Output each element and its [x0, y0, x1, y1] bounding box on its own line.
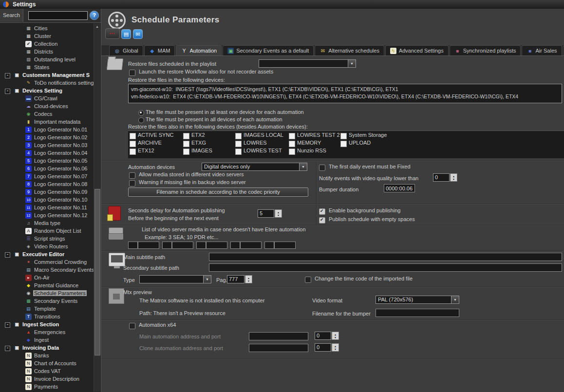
tab-global[interactable]: ◎Global — [109, 45, 143, 56]
spinner-buttons[interactable]: ▲▼ — [245, 275, 252, 283]
tab-alternative-schedules[interactable]: ✉Alternative schedules — [315, 45, 384, 56]
sidebar-item-logo-generator-no-10[interactable]: 10Logo Generator No.10 — [0, 196, 94, 204]
sidebar-item-video-routers[interactable]: ◈Video Routers — [0, 243, 94, 251]
chevron-down-icon[interactable]: ▼ — [451, 296, 459, 303]
sidebar-item-chart-of-accounts[interactable]: NChart of Accounts — [0, 360, 94, 368]
sidebar-item-logo-generator-no-05[interactable]: 5Logo Generator No.05 — [0, 157, 94, 165]
tab-advanced-settings[interactable]: ϟAdvanced Settings — [385, 45, 449, 56]
device-checkbox-upload[interactable] — [340, 141, 347, 147]
sidebar-item-outstanding-level[interactable]: ▨Outstanding level — [0, 56, 94, 64]
sidebar-item-parental-guidance[interactable]: ◆Parental Guidance — [0, 282, 94, 290]
sidebar-item-cloud-devices[interactable]: ☁Cloud-devices — [0, 103, 94, 111]
media-pair-code-input[interactable] — [162, 242, 172, 249]
scrollbar-thumb[interactable] — [94, 189, 100, 355]
restore-playlist-combobox[interactable]: ▼ — [259, 59, 356, 68]
filename-codec-priority-button[interactable]: Filename in schedule according to the co… — [128, 187, 308, 197]
sidebar-item-logo-generator-no-08[interactable]: 8Logo Generator No.08 — [0, 181, 94, 188]
media-pair-name-input[interactable] — [274, 242, 296, 249]
device-checkbox-etxg[interactable] — [183, 141, 189, 147]
sidebar-item-logo-generator-no-02[interactable]: 2Logo Generator No.02 — [0, 134, 94, 142]
sidebar-item-codes-vat[interactable]: NCodes VAT — [0, 368, 94, 375]
sidebar-item-ingest-section[interactable]: -▣Ingest Section — [0, 321, 94, 329]
device-checkbox-etx12[interactable] — [130, 149, 136, 155]
spinner-value[interactable]: 0 — [315, 343, 331, 352]
pag-spinner[interactable]: 777 ▲▼ — [227, 275, 252, 283]
main-subtitle-input[interactable] — [209, 253, 562, 261]
sidebar-item-payments[interactable]: NPayments — [0, 383, 94, 391]
sidebar-item-collection[interactable]: ✔Collection — [0, 40, 94, 48]
sidebar-item-ingest[interactable]: ◆Ingest — [0, 336, 94, 344]
notify-quality-spinner[interactable]: 0 ▲▼ — [433, 173, 457, 182]
sidebar-item-template[interactable]: ▤Template — [0, 305, 94, 313]
allow-media-checkbox[interactable] — [129, 172, 135, 179]
sidebar-item-media-type[interactable]: ♫Media type — [0, 220, 94, 227]
automation-devices-combobox[interactable]: Digital devices only ▼ — [202, 163, 307, 171]
sidebar-item-script-strings[interactable]: ☰Script strings — [0, 235, 94, 243]
sidebar-item-states[interactable]: ▦States — [0, 64, 94, 72]
help-icon[interactable]: ? — [90, 11, 99, 20]
device-checkbox-memory[interactable] — [289, 141, 295, 147]
sidebar-item-invoicing-data[interactable]: -▣Invoicing Data — [0, 344, 94, 352]
spinner-buttons[interactable]: ▲▼ — [332, 343, 339, 352]
sidebar-item-cities[interactable]: ▦Cities — [0, 25, 94, 33]
media-pair-name-input[interactable] — [206, 242, 227, 249]
first-daily-fixed-checkbox[interactable] — [319, 165, 325, 171]
spinner-buttons[interactable]: ▲▼ — [450, 173, 457, 182]
spin-down-icon[interactable]: ▼ — [452, 178, 455, 181]
media-pair-name-input[interactable] — [240, 242, 262, 249]
spinner-buttons[interactable]: ▲▼ — [332, 332, 339, 340]
spinner-value[interactable]: 0 — [315, 332, 331, 340]
sidebar-item-logo-generator-no-01[interactable]: 1Logo Generator No.01 — [0, 126, 94, 134]
sidebar-item-customers-management-s[interactable]: -▣Customers Management S — [0, 72, 94, 79]
media-pair-name-input[interactable] — [172, 242, 193, 249]
tree-collapse-icon[interactable]: - — [5, 322, 10, 328]
sidebar-scrollbar[interactable]: ▲ — [94, 23, 100, 392]
chevron-down-icon[interactable]: ▼ — [299, 163, 307, 170]
search-input[interactable] — [28, 11, 88, 20]
device-checkbox-etx2[interactable] — [183, 133, 189, 139]
present-all-devices-radio[interactable] — [138, 117, 144, 123]
tree-collapse-icon[interactable]: - — [5, 346, 10, 351]
media-pair-name-input[interactable] — [138, 242, 159, 249]
spin-down-icon[interactable]: ▼ — [277, 214, 280, 217]
publish-empty-checkbox[interactable] — [319, 217, 325, 224]
device-checkbox-lowres[interactable] — [235, 141, 242, 147]
sidebar-item-logo-generator-no-07[interactable]: 7Logo Generator No.07 — [0, 173, 94, 181]
sidebar-item-executive-editor[interactable]: -▣Executive Editor — [0, 251, 94, 259]
spin-down-icon[interactable]: ▼ — [334, 336, 337, 339]
sidebar-item-macro-secondary-events[interactable]: ▤Macro Secondary Events — [0, 266, 94, 274]
delay-spinner[interactable]: 5 ▲▼ — [258, 209, 282, 218]
device-checkbox-nunzio-rss[interactable] — [289, 149, 295, 155]
tab-secondary-events-as-a-default[interactable]: ▣Secondary Events as a default — [223, 45, 314, 56]
sidebar-item-schedule-parameters[interactable]: ◉Schedule Parameters — [0, 290, 94, 298]
restore-devices-textarea[interactable]: vm-giacomot-w10: INGEST (\\sgs7\Videofil… — [128, 84, 562, 103]
sidebar-item-cg-crawl[interactable]: ▬CG/Crawl — [0, 95, 94, 103]
spinner-value[interactable]: 0 — [433, 173, 450, 182]
launch-workflow-checkbox[interactable] — [129, 70, 135, 76]
device-checkbox-lowres-test[interactable] — [235, 149, 242, 155]
media-pair-code-input[interactable] — [264, 242, 274, 249]
media-pair-code-input[interactable] — [128, 242, 138, 249]
sidebar-item-logo-generator-no-12[interactable]: 12Logo Generator No.12 — [0, 212, 94, 220]
clone-automation-port-spinner[interactable]: 0 ▲▼ — [315, 343, 339, 352]
tree-collapse-icon[interactable]: - — [5, 73, 10, 78]
spinner-value[interactable]: 777 — [227, 275, 244, 283]
sidebar-item-secondary-events[interactable]: ▦Secondary Events — [0, 298, 94, 305]
media-pair-code-input[interactable] — [230, 242, 240, 249]
tab-synchronized-playlists[interactable]: ■Synchronized playlists — [450, 45, 521, 56]
main-automation-address-input[interactable] — [249, 332, 308, 340]
type-combobox[interactable]: ▼ — [139, 275, 211, 283]
sidebar-item-commercial-crowding[interactable]: ✶Commercial Crowding — [0, 259, 94, 266]
sidebar-item-logo-generator-no-11[interactable]: 11Logo Generator No.11 — [0, 204, 94, 212]
clone-automation-address-input[interactable] — [249, 344, 308, 352]
tab-mam[interactable]: ◆MAM — [144, 45, 175, 56]
video-format-combobox[interactable]: PAL (720x576) ▼ — [376, 296, 459, 304]
sidebar-item-banks[interactable]: NBanks — [0, 352, 94, 360]
timecode-checkbox[interactable] — [305, 277, 311, 283]
sidebar-item-emergencies[interactable]: ▲Emergencies — [0, 329, 94, 336]
device-checkbox-images-local[interactable] — [235, 133, 242, 139]
tab-air-sales[interactable]: ■Air Sales — [522, 45, 562, 56]
automation-x64-checkbox[interactable] — [129, 323, 135, 329]
scroll-up-icon[interactable]: ▲ — [94, 23, 100, 30]
sidebar-item-todo-notifications-settings[interactable]: ✎ToDo notifications settings — [0, 79, 94, 87]
